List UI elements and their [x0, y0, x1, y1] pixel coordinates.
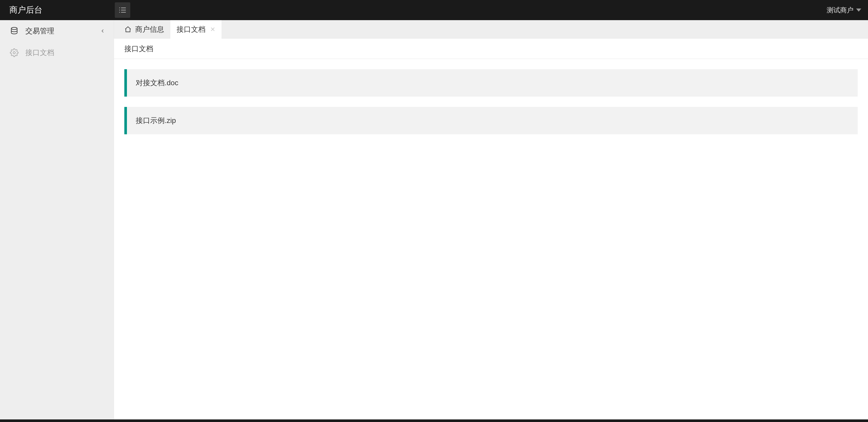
- user-menu[interactable]: 测试商户: [827, 6, 868, 15]
- svg-point-4: [119, 12, 120, 13]
- tab-label: 接口文档: [177, 25, 206, 34]
- file-list: 对接文档.doc 接口示例.zip: [114, 59, 868, 155]
- tab-merchant-info[interactable]: 商户信息: [114, 20, 170, 39]
- bottom-bar: [0, 419, 868, 422]
- close-icon[interactable]: ✕: [210, 26, 215, 33]
- sidebar-item-label: 交易管理: [25, 26, 100, 36]
- sidebar-item-label: 接口文档: [25, 48, 105, 58]
- file-name: 对接文档.doc: [136, 79, 178, 87]
- file-item[interactable]: 对接文档.doc: [124, 69, 858, 97]
- file-item[interactable]: 接口示例.zip: [124, 107, 858, 134]
- page-title: 接口文档: [114, 39, 868, 59]
- tab-api-docs[interactable]: 接口文档 ✕: [170, 20, 221, 39]
- app-header: 商户后台 测试商户: [0, 0, 868, 20]
- chevron-left-icon: [100, 28, 105, 34]
- database-icon: [10, 27, 19, 35]
- tab-bar: 商户信息 接口文档 ✕: [114, 20, 868, 39]
- sidebar-item-transactions[interactable]: 交易管理: [0, 20, 114, 42]
- hamburger-icon: [118, 6, 127, 14]
- gear-icon: [10, 48, 19, 57]
- brand-title: 商户后台: [0, 4, 114, 16]
- file-name: 接口示例.zip: [136, 117, 176, 125]
- svg-point-0: [119, 7, 120, 8]
- caret-down-icon: [856, 8, 861, 12]
- svg-point-7: [13, 52, 16, 54]
- svg-point-2: [119, 10, 120, 10]
- toggle-sidebar-button[interactable]: [115, 2, 130, 18]
- sidebar: 交易管理 接口文档: [0, 20, 114, 419]
- home-icon: [124, 26, 131, 33]
- svg-point-6: [11, 27, 17, 30]
- sidebar-item-api-docs[interactable]: 接口文档: [0, 42, 114, 64]
- tab-label: 商户信息: [135, 25, 164, 34]
- user-name: 测试商户: [827, 6, 854, 15]
